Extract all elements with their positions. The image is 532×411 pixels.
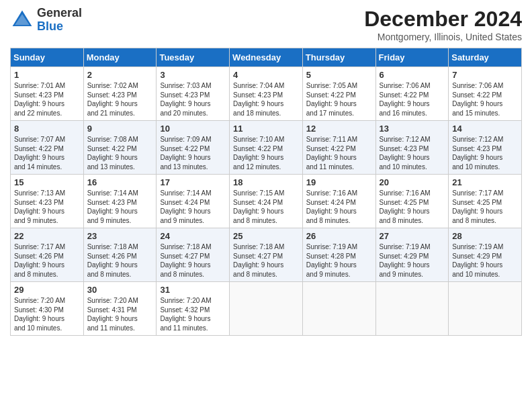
day-number: 25 (233, 231, 299, 241)
day-info: Sunrise: 7:20 AM Sunset: 4:32 PM Dayligh… (160, 296, 226, 332)
day-info: Sunrise: 7:04 AM Sunset: 4:23 PM Dayligh… (233, 81, 299, 118)
location: Montgomery, Illinois, United States (364, 32, 522, 42)
day-cell-20: 20Sunrise: 7:16 AM Sunset: 4:25 PM Dayli… (375, 175, 449, 228)
day-cell-31: 31Sunrise: 7:20 AM Sunset: 4:32 PM Dayli… (157, 282, 230, 336)
day-info: Sunrise: 7:06 AM Sunset: 4:22 PM Dayligh… (380, 81, 445, 118)
day-info: Sunrise: 7:01 AM Sunset: 4:23 PM Dayligh… (14, 81, 80, 118)
week-row-1: 1Sunrise: 7:01 AM Sunset: 4:23 PM Daylig… (11, 67, 522, 121)
day-info: Sunrise: 7:14 AM Sunset: 4:24 PM Dayligh… (160, 189, 226, 225)
day-number: 30 (87, 285, 153, 295)
day-info: Sunrise: 7:12 AM Sunset: 4:23 PM Dayligh… (452, 135, 518, 171)
logo-icon (10, 8, 34, 32)
day-info: Sunrise: 7:14 AM Sunset: 4:23 PM Dayligh… (87, 189, 153, 225)
column-header-tuesday: Tuesday (157, 48, 230, 67)
day-info: Sunrise: 7:17 AM Sunset: 4:25 PM Dayligh… (452, 189, 518, 225)
day-info: Sunrise: 7:19 AM Sunset: 4:29 PM Dayligh… (452, 242, 518, 279)
day-cell-25: 25Sunrise: 7:18 AM Sunset: 4:27 PM Dayli… (230, 228, 303, 282)
day-info: Sunrise: 7:11 AM Sunset: 4:22 PM Dayligh… (306, 135, 372, 171)
day-info: Sunrise: 7:20 AM Sunset: 4:31 PM Dayligh… (87, 296, 153, 332)
day-number: 28 (452, 231, 518, 241)
logo: General Blue (10, 7, 82, 34)
day-info: Sunrise: 7:06 AM Sunset: 4:22 PM Dayligh… (452, 81, 518, 118)
calendar-body: 1Sunrise: 7:01 AM Sunset: 4:23 PM Daylig… (11, 67, 522, 336)
day-info: Sunrise: 7:07 AM Sunset: 4:22 PM Dayligh… (14, 135, 80, 171)
day-number: 12 (306, 124, 372, 134)
day-number: 6 (380, 70, 445, 80)
logo-text: General Blue (37, 7, 82, 34)
day-cell-10: 10Sunrise: 7:09 AM Sunset: 4:22 PM Dayli… (157, 121, 230, 175)
day-cell-28: 28Sunrise: 7:19 AM Sunset: 4:29 PM Dayli… (449, 228, 522, 282)
day-number: 18 (233, 177, 299, 187)
column-header-wednesday: Wednesday (230, 48, 303, 67)
day-info: Sunrise: 7:18 AM Sunset: 4:26 PM Dayligh… (87, 242, 153, 279)
day-number: 3 (160, 70, 226, 80)
day-info: Sunrise: 7:05 AM Sunset: 4:22 PM Dayligh… (306, 81, 372, 118)
day-number: 23 (87, 231, 153, 241)
day-info: Sunrise: 7:16 AM Sunset: 4:25 PM Dayligh… (380, 189, 445, 225)
day-info: Sunrise: 7:17 AM Sunset: 4:26 PM Dayligh… (14, 242, 80, 279)
day-cell-7: 7Sunrise: 7:06 AM Sunset: 4:22 PM Daylig… (449, 67, 522, 121)
day-number: 26 (306, 231, 372, 241)
day-number: 27 (380, 231, 445, 241)
day-cell-22: 22Sunrise: 7:17 AM Sunset: 4:26 PM Dayli… (11, 228, 84, 282)
day-cell-15: 15Sunrise: 7:13 AM Sunset: 4:23 PM Dayli… (11, 175, 84, 228)
day-info: Sunrise: 7:19 AM Sunset: 4:29 PM Dayligh… (380, 242, 445, 279)
day-number: 22 (14, 231, 80, 241)
day-number: 2 (87, 70, 153, 80)
day-cell-19: 19Sunrise: 7:16 AM Sunset: 4:24 PM Dayli… (302, 175, 375, 228)
day-number: 20 (380, 177, 445, 187)
empty-cell (449, 282, 522, 336)
day-cell-12: 12Sunrise: 7:11 AM Sunset: 4:22 PM Dayli… (302, 121, 375, 175)
day-number: 29 (14, 285, 80, 295)
column-header-monday: Monday (83, 48, 157, 67)
column-header-saturday: Saturday (449, 48, 522, 67)
day-number: 11 (233, 124, 299, 134)
day-cell-14: 14Sunrise: 7:12 AM Sunset: 4:23 PM Dayli… (449, 121, 522, 175)
day-info: Sunrise: 7:18 AM Sunset: 4:27 PM Dayligh… (233, 242, 299, 279)
calendar-table: SundayMondayTuesdayWednesdayThursdayFrid… (10, 48, 522, 336)
day-cell-5: 5Sunrise: 7:05 AM Sunset: 4:22 PM Daylig… (302, 67, 375, 121)
day-number: 14 (452, 124, 518, 134)
empty-cell (375, 282, 449, 336)
day-number: 19 (306, 177, 372, 187)
day-info: Sunrise: 7:10 AM Sunset: 4:22 PM Dayligh… (233, 135, 299, 171)
day-cell-8: 8Sunrise: 7:07 AM Sunset: 4:22 PM Daylig… (11, 121, 84, 175)
day-number: 21 (452, 177, 518, 187)
day-cell-18: 18Sunrise: 7:15 AM Sunset: 4:24 PM Dayli… (230, 175, 303, 228)
day-number: 10 (160, 124, 226, 134)
day-info: Sunrise: 7:19 AM Sunset: 4:28 PM Dayligh… (306, 242, 372, 279)
day-cell-1: 1Sunrise: 7:01 AM Sunset: 4:23 PM Daylig… (11, 67, 84, 121)
day-info: Sunrise: 7:20 AM Sunset: 4:30 PM Dayligh… (14, 296, 80, 332)
week-row-2: 8Sunrise: 7:07 AM Sunset: 4:22 PM Daylig… (11, 121, 522, 175)
month-title: December 2024 (364, 7, 522, 32)
day-number: 9 (87, 124, 153, 134)
day-info: Sunrise: 7:16 AM Sunset: 4:24 PM Dayligh… (306, 189, 372, 225)
week-row-4: 22Sunrise: 7:17 AM Sunset: 4:26 PM Dayli… (11, 228, 522, 282)
day-cell-11: 11Sunrise: 7:10 AM Sunset: 4:22 PM Dayli… (230, 121, 303, 175)
day-number: 8 (14, 124, 80, 134)
day-cell-29: 29Sunrise: 7:20 AM Sunset: 4:30 PM Dayli… (11, 282, 84, 336)
day-cell-26: 26Sunrise: 7:19 AM Sunset: 4:28 PM Dayli… (302, 228, 375, 282)
day-number: 15 (14, 177, 80, 187)
column-header-sunday: Sunday (11, 48, 84, 67)
week-row-3: 15Sunrise: 7:13 AM Sunset: 4:23 PM Dayli… (11, 175, 522, 228)
day-cell-24: 24Sunrise: 7:18 AM Sunset: 4:27 PM Dayli… (157, 228, 230, 282)
day-cell-21: 21Sunrise: 7:17 AM Sunset: 4:25 PM Dayli… (449, 175, 522, 228)
day-number: 17 (160, 177, 226, 187)
week-row-5: 29Sunrise: 7:20 AM Sunset: 4:30 PM Dayli… (11, 282, 522, 336)
empty-cell (230, 282, 303, 336)
day-info: Sunrise: 7:02 AM Sunset: 4:23 PM Dayligh… (87, 81, 153, 118)
day-info: Sunrise: 7:13 AM Sunset: 4:23 PM Dayligh… (14, 189, 80, 225)
day-cell-3: 3Sunrise: 7:03 AM Sunset: 4:23 PM Daylig… (157, 67, 230, 121)
day-number: 1 (14, 70, 80, 80)
day-cell-30: 30Sunrise: 7:20 AM Sunset: 4:31 PM Dayli… (83, 282, 157, 336)
day-number: 5 (306, 70, 372, 80)
day-number: 24 (160, 231, 226, 241)
column-headers-row: SundayMondayTuesdayWednesdayThursdayFrid… (11, 48, 522, 67)
day-cell-4: 4Sunrise: 7:04 AM Sunset: 4:23 PM Daylig… (230, 67, 303, 121)
column-header-thursday: Thursday (302, 48, 375, 67)
day-cell-2: 2Sunrise: 7:02 AM Sunset: 4:23 PM Daylig… (83, 67, 157, 121)
day-info: Sunrise: 7:08 AM Sunset: 4:22 PM Dayligh… (87, 135, 153, 171)
day-info: Sunrise: 7:09 AM Sunset: 4:22 PM Dayligh… (160, 135, 226, 171)
day-number: 7 (452, 70, 518, 80)
